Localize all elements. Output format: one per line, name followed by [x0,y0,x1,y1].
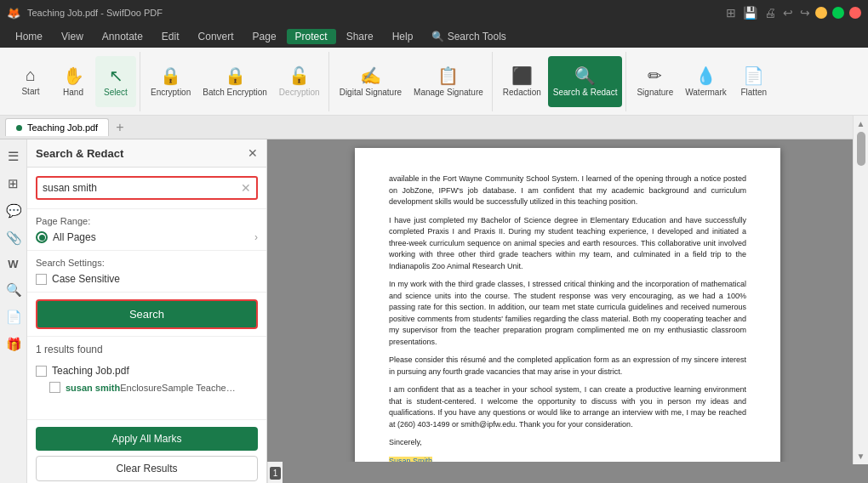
search-button[interactable]: Search [36,299,258,329]
watermark-button[interactable]: 💧 Watermark [680,56,732,107]
vertical-scrollbar[interactable]: ▲ ▼ [853,116,868,464]
menu-page[interactable]: Page [244,29,285,44]
all-pages-label: All Pages [53,231,96,243]
maximize-button[interactable] [832,7,844,19]
panel-close-button[interactable]: ✕ [248,146,258,160]
toolbar-group-basic: ⌂ Start ✋ Hand ↖ Select [7,52,140,111]
close-button[interactable] [849,7,861,19]
panel-header: Search & Redact ✕ [27,139,266,168]
print-icon[interactable]: 🖨 [764,6,776,20]
menu-share[interactable]: Share [338,29,382,44]
batch-encryption-button[interactable]: 🔒 Batch Encryption [197,56,272,107]
menu-view[interactable]: View [53,29,92,44]
scroll-track [857,128,865,452]
tab-bar: Teaching Job.pdf + [0,116,868,139]
minimize-button[interactable] [815,7,827,19]
clear-results-button[interactable]: Clear Results [36,456,258,481]
all-pages-radio[interactable] [36,231,48,243]
pdf-para-6: Sincerely, [389,437,746,449]
toolbar-group-signature-manage: ✍ Digital Signature 📋 Manage Signature [331,52,493,111]
right-sidebar: 1 [267,462,283,483]
scroll-thumb[interactable] [857,132,865,166]
search-clear-button[interactable]: ✕ [241,181,251,195]
pdf-para-3: In my work with the third grade classes,… [389,279,746,348]
undo-icon[interactable]: ↩ [783,6,793,20]
thumbnail-icon[interactable]: ⊞ [2,172,26,196]
menu-icon[interactable]: ☰ [2,145,26,168]
search-redact-label: Search & Redact [553,88,618,98]
menu-help[interactable]: Help [384,29,422,44]
chevron-right-icon: › [254,231,258,243]
search-btn-row: Search [27,293,266,337]
results-count: 1 results found [36,344,258,355]
add-tab-button[interactable]: + [112,120,127,135]
menu-convert[interactable]: Convert [190,29,243,44]
scroll-down-icon[interactable]: ▼ [857,452,865,461]
titlebar: 🦊 Teaching Job.pdf - SwifDoo PDF ⊞ 💾 🖨 ↩… [0,0,868,26]
result-parent-filename: Teaching Job.pdf [52,365,129,377]
result-child-checkbox[interactable] [49,382,60,393]
attachments-icon[interactable]: 📎 [2,226,26,250]
select-icon: ↖ [109,65,123,86]
tab-teaching-job[interactable]: Teaching Job.pdf [5,118,109,136]
menu-edit[interactable]: Edit [153,29,188,44]
result-group-1: Teaching Job.pdf susan smithEnclosureSam… [36,362,258,395]
digital-signature-label: Digital Signature [340,88,402,98]
signature-button[interactable]: ✏ Signature [631,56,678,107]
select-button[interactable]: ↖ Select [95,56,136,107]
save-icon[interactable]: 💾 [743,6,757,20]
titlebar-title: Teaching Job.pdf - SwifDoo PDF [27,8,721,18]
scroll-up-icon[interactable]: ▲ [857,119,865,128]
apply-all-marks-button[interactable]: Apply All Marks [36,427,258,451]
menu-search-tools[interactable]: 🔍 Search Tools [423,29,515,44]
batch-encryption-label: Batch Encryption [203,88,267,98]
result-child-text: susan smithEnclosureSample Teacher Cov [66,383,236,393]
flatten-button[interactable]: 📄 Flatten [734,56,774,107]
all-pages-option[interactable]: All Pages › [36,231,258,243]
menu-home[interactable]: Home [7,29,51,44]
pages-icon[interactable]: 📄 [2,305,26,329]
titlebar-nav-icons: ⊞ 💾 🖨 ↩ ↪ [726,6,810,20]
results-section: 1 results found Teaching Job.pdf susan s… [27,337,266,419]
decryption-icon: 🔓 [288,65,310,86]
signature-label: Signature [637,88,673,98]
pdf-para-4: Please consider this résumé and the comp… [389,355,746,378]
encryption-button[interactable]: 🔒 Encryption [146,56,196,107]
hand-button[interactable]: ✋ Hand [53,56,94,107]
watermark-icon: 💧 [695,65,717,86]
search-redact-panel: Search & Redact ✕ ✕ Page Range: All Page… [27,139,267,483]
page-range-label: Page Range: [36,216,258,226]
signature-icon: ✏ [648,65,662,86]
find-icon[interactable]: 🔍 [2,278,26,302]
flatten-icon: 📄 [743,65,764,86]
menu-annotate[interactable]: Annotate [94,29,151,44]
result-child-row[interactable]: susan smithEnclosureSample Teacher Cov [36,379,258,395]
radio-inner [39,235,45,241]
search-box-wrapper: ✕ [27,168,266,209]
pdf-signature: Susan Smith [389,456,746,463]
redaction-button[interactable]: ⬛ Redaction [498,56,546,107]
gift-icon[interactable]: 🎁 [2,332,26,356]
pdf-scroll[interactable]: available in the Fort Wayne Community Sc… [267,139,868,462]
w-icon[interactable]: W [2,253,26,275]
hand-icon: ✋ [63,65,84,86]
case-sensitive-row[interactable]: Case Sensitive [36,273,258,285]
search-input-row: ✕ [36,176,258,200]
search-redact-button[interactable]: 🔍 Search & Redact [548,56,623,107]
select-label: Select [104,88,128,98]
comments-icon[interactable]: 💬 [2,199,26,223]
search-input[interactable] [43,182,241,194]
toolbar: ⌂ Start ✋ Hand ↖ Select 🔒 Encryption 🔒 B… [0,48,868,116]
decryption-button[interactable]: 🔓 Decryption [274,56,325,107]
result-parent-row[interactable]: Teaching Job.pdf [36,362,258,379]
start-button[interactable]: ⌂ Start [10,56,51,107]
redo-icon[interactable]: ↪ [800,6,810,20]
menu-protect[interactable]: Protect [287,29,336,44]
case-sensitive-checkbox[interactable] [36,274,47,285]
manage-signature-button[interactable]: 📋 Manage Signature [408,56,488,107]
left-tools: ☰ ⊞ 💬 📎 W 🔍 📄 🎁 [0,139,27,483]
grid-icon[interactable]: ⊞ [726,6,736,20]
digital-signature-button[interactable]: ✍ Digital Signature [334,56,407,107]
result-parent-checkbox[interactable] [36,366,47,377]
start-icon: ⌂ [26,65,36,85]
